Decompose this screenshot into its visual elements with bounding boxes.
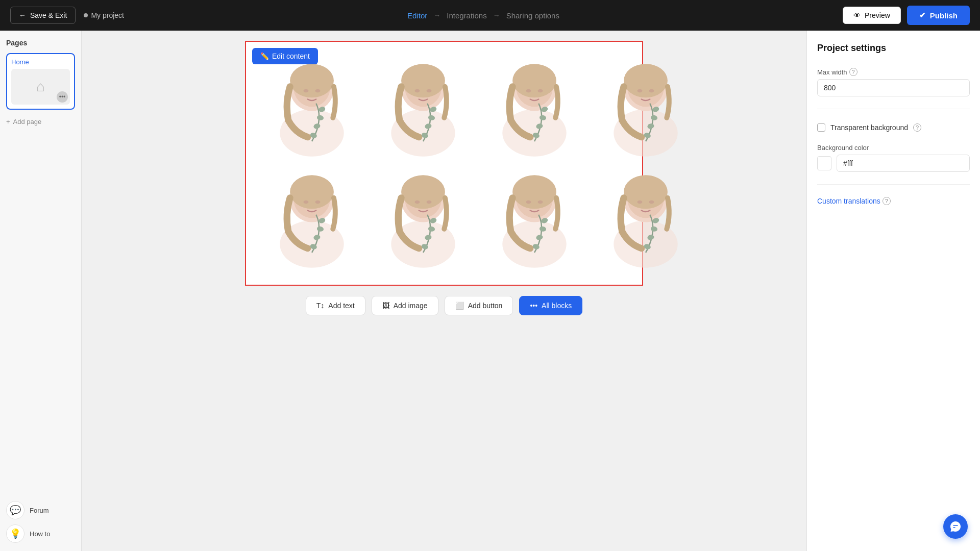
topbar-right: 👁 Preview ✔ Publish [843,6,970,25]
nav-editor[interactable]: Editor [407,11,427,20]
nav-sharing[interactable]: Sharing options [506,11,559,20]
custom-translations-link[interactable]: Custom translations ? [817,197,970,205]
save-exit-label: Save & Exit [30,11,67,19]
arrow-icon-2: → [493,11,500,19]
add-image-button[interactable]: 🖼 Add image [372,296,438,315]
arrow-icon-1: → [433,11,440,19]
woman-svg-6 [373,168,474,269]
illustration-2 [368,52,479,163]
svg-point-45 [315,201,321,204]
home-icon: ⌂ [36,79,45,95]
pencil-icon: ✏️ [260,52,269,60]
edit-content-button[interactable]: ✏️ Edit content [252,48,318,64]
svg-point-33 [624,64,668,97]
woman-svg-5 [261,168,362,269]
publish-label: Publish [930,11,958,20]
sidebar-item-forum[interactable]: 💬 Forum [6,501,75,519]
project-name: My project [84,11,124,19]
transparent-bg-checkbox[interactable] [817,123,825,132]
add-text-label: Add text [328,302,354,310]
max-width-section: Max width ? [817,68,970,96]
forum-icon: 💬 [6,501,24,519]
color-swatch[interactable] [817,156,831,170]
save-exit-button[interactable]: ← Save & Exit [10,7,76,24]
button-icon: ⬜ [455,302,464,310]
edit-content-label: Edit content [272,52,310,60]
custom-translations-help-icon[interactable]: ? [883,197,891,205]
image-icon: 🖼 [382,302,389,310]
svg-point-13 [401,64,445,97]
svg-point-54 [415,201,420,204]
svg-point-14 [415,89,420,93]
add-text-button[interactable]: T↕ Add text [306,296,365,315]
add-page-button[interactable]: + Add page [6,115,75,129]
arrow-left-icon: ← [19,11,26,19]
svg-point-44 [304,201,309,204]
divider-2 [817,184,970,185]
svg-point-64 [526,201,531,204]
page-home-title: Home [11,58,70,66]
woman-svg-3 [484,57,585,158]
right-panel: Project settings Max width ? Transparent… [806,31,980,551]
svg-point-43 [290,175,334,209]
add-page-label: Add page [13,118,42,126]
illustration-8 [590,163,701,274]
publish-button[interactable]: ✔ Publish [907,6,970,25]
svg-point-24 [526,89,531,93]
all-blocks-label: All blocks [542,302,572,310]
illustration-3 [479,52,590,163]
howto-label: How to [30,530,50,538]
svg-point-34 [638,89,643,93]
check-icon: ✔ [919,11,926,20]
svg-point-63 [512,175,556,209]
all-blocks-button[interactable]: ••• All blocks [519,296,582,315]
panel-title: Project settings [817,43,970,54]
page-card-home[interactable]: Home ⌂ ••• [6,53,75,110]
svg-point-53 [401,175,445,209]
sidebar: Pages Home ⌂ ••• + Add page 💬 Forum 💡 Ho… [0,31,82,551]
custom-translations-label: Custom translations [817,197,880,205]
woman-svg-1 [261,57,362,158]
bg-color-input[interactable] [837,155,970,172]
blocks-icon: ••• [530,302,537,310]
howto-icon: 💡 [6,524,24,543]
canvas-wrapper: ✏️ Edit content [245,41,643,286]
svg-point-73 [624,175,668,209]
transparent-bg-label: Transparent background [830,123,908,132]
main-canvas-area: ✏️ Edit content [82,31,806,551]
illustration-7 [479,163,590,274]
toolbar-buttons: T↕ Add text 🖼 Add image ⬜ Add button •••… [306,296,582,315]
text-icon: T↕ [316,302,325,310]
preview-button[interactable]: 👁 Preview [843,7,901,24]
chat-button[interactable] [943,514,968,539]
chat-icon [949,520,962,533]
add-image-label: Add image [394,302,428,310]
woman-svg-7 [484,168,585,269]
transparent-bg-help-icon[interactable]: ? [913,123,921,132]
svg-point-23 [512,64,556,97]
sidebar-item-howto[interactable]: 💡 How to [6,524,75,543]
svg-point-35 [649,89,654,93]
topbar-center: Editor → Integrations → Sharing options [407,11,559,20]
woman-svg-8 [595,168,696,269]
add-button-label: Add button [468,302,503,310]
dot-icon [84,13,88,17]
svg-point-4 [304,89,309,93]
illustration-5 [256,163,368,274]
bg-color-section: Background color [817,144,970,172]
forum-label: Forum [30,507,49,514]
svg-point-65 [538,201,543,204]
layout: Pages Home ⌂ ••• + Add page 💬 Forum 💡 Ho… [0,31,980,551]
max-width-input[interactable] [817,79,970,96]
nav-integrations[interactable]: Integrations [447,11,486,20]
page-options-button[interactable]: ••• [57,91,68,103]
max-width-help-icon[interactable]: ? [849,68,857,76]
sidebar-bottom: 💬 Forum 💡 How to [6,501,75,543]
bg-color-row [817,155,970,172]
woman-svg-2 [373,57,474,158]
svg-point-75 [649,201,654,204]
svg-point-15 [427,89,432,93]
pages-title: Pages [6,39,75,47]
add-button-button[interactable]: ⬜ Add button [445,296,513,315]
svg-point-55 [427,201,432,204]
